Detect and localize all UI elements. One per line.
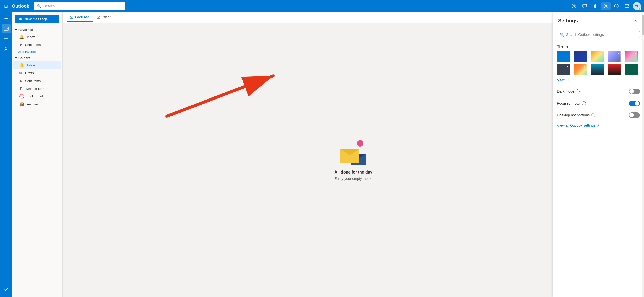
main-layout: ☰ ✏ New message ▾ Favorites 🔔 Inbox [0,12,644,297]
dark-mode-toggle[interactable] [629,89,640,94]
search-icon: 🔍 [37,4,41,8]
nav-junk-icon: 🚫 [19,94,24,99]
svg-rect-8 [4,37,8,41]
dark-mode-row: Dark mode i [557,86,640,97]
svg-point-12 [5,47,7,49]
svg-text:S: S [573,5,575,8]
theme-sunset[interactable] [608,64,621,75]
nav-drafts-icon: ✏ [19,71,23,76]
favorites-sent-item[interactable]: ➤ Sent Items [13,41,61,49]
view-all-themes-link[interactable]: View all [557,78,569,82]
nav-inbox-icon: 🔔 [19,63,24,68]
theme-sunrise[interactable]: ★ [591,51,604,62]
waffle-icon[interactable]: ⊞ [3,2,9,10]
topbar-actions: S ? CL [569,2,641,10]
theme-dark-blue[interactable] [574,51,587,62]
theme-floral[interactable]: ★ [625,51,638,62]
other-tab[interactable]: Other [94,13,114,22]
svg-rect-7 [4,27,8,31]
hamburger-menu-icon[interactable]: ☰ [2,14,11,23]
nav-deleted-icon: 🗑 [19,86,23,91]
theme-colorful[interactable]: ★ [574,64,587,75]
avatar[interactable]: CL [633,2,641,10]
nav-drafts-item[interactable]: ✏ Drafts [13,69,61,77]
settings-header: Settings × [553,12,644,28]
theme-premium-star: ★ [567,65,569,68]
app-logo: Outlook [12,4,29,9]
feedback-button[interactable] [622,2,632,10]
topbar: ⊞ Outlook 🔍 S ? CL [0,0,644,12]
favorites-section-header[interactable]: ▾ Favorites [12,26,62,33]
desktop-notifications-label: Desktop notifications i [557,113,595,117]
theme-ocean[interactable] [591,64,604,75]
theme-section-title: Theme [557,44,640,48]
nav-panel: ✏ New message ▾ Favorites 🔔 Inbox ➤ Sent… [12,12,63,297]
dark-mode-label: Dark mode i [557,89,580,93]
new-message-button[interactable]: ✏ New message [15,15,59,23]
settings-button[interactable] [601,2,611,10]
svg-rect-2 [583,4,587,7]
mail-nav-icon[interactable] [2,24,11,33]
search-box[interactable]: 🔍 [34,2,125,10]
desktop-notif-info-icon[interactable]: i [591,113,595,117]
skype-button[interactable]: S [569,2,579,10]
envelope-main [340,149,359,163]
desktop-notifications-toggle[interactable] [629,112,640,118]
settings-scrollbar[interactable] [642,12,644,297]
inbox-fav-icon: 🔔 [19,35,24,39]
settings-close-button[interactable]: × [632,17,639,24]
nav-archive-item[interactable]: 📦 Archive [13,100,61,108]
theme-grid: ★ ★ ★ ★ ★ [557,51,640,75]
focused-tab[interactable]: Focused [67,13,93,22]
theme-teal-circuit[interactable] [625,64,638,75]
sidebar-icons: ☰ [0,12,12,297]
focused-inbox-info-icon[interactable]: i [582,101,586,105]
empty-inbox-illustration [338,140,369,165]
people-nav-icon[interactable] [2,44,11,54]
external-link-icon: ↗ [597,123,600,127]
search-input[interactable] [44,4,122,8]
compose-icon: ✏ [19,17,22,21]
calendar-nav-icon[interactable] [2,34,11,43]
view-all-settings-link[interactable]: View all Outlook settings ↗ [557,123,640,127]
bell-button[interactable] [590,2,600,10]
focused-inbox-label: Focused Inbox i [557,101,586,105]
empty-inbox-title: All done for the day [334,170,372,175]
add-favorite-link[interactable]: Add favorite [12,49,62,55]
nav-sent-item[interactable]: ➤ Sent Items [13,77,61,85]
chat-button[interactable] [580,2,589,10]
dark-mode-info-icon[interactable]: i [576,89,580,93]
nav-archive-icon: 📦 [19,102,24,107]
avatar-initials: CL [635,4,639,8]
online-status-dot [638,8,641,10]
favorites-chevron-icon: ▾ [15,28,17,32]
theme-premium-star: ★ [600,52,603,55]
theme-circuit[interactable]: ★ [557,64,570,75]
focused-inbox-toggle[interactable] [629,101,640,106]
settings-scrollbar-thumb[interactable] [642,15,644,35]
svg-rect-6 [625,4,629,7]
sent-fav-icon: ➤ [19,42,23,47]
theme-premium-star: ★ [617,52,619,55]
settings-body: Theme ★ ★ ★ ★ ★ [553,41,644,297]
settings-search-box[interactable]: 🔍 [557,31,640,38]
folders-section-header[interactable]: ▾ Folders [12,55,62,61]
svg-point-3 [605,5,607,7]
envelope-dot [357,140,363,147]
nav-junk-item[interactable]: 🚫 Junk Email [13,92,61,100]
svg-rect-14 [97,16,100,18]
theme-abstract[interactable]: ★ [608,51,621,62]
focused-inbox-row: Focused Inbox i [557,97,640,109]
folders-chevron-icon: ▾ [15,56,17,60]
favorites-inbox-item[interactable]: 🔔 Inbox [13,33,61,41]
help-button[interactable]: ? [612,2,621,10]
nav-deleted-item[interactable]: 🗑 Deleted Items [13,85,61,92]
theme-premium-star: ★ [584,65,586,68]
nav-inbox-item[interactable]: 🔔 Inbox [13,61,61,69]
tasks-nav-icon[interactable] [2,285,11,294]
empty-inbox-subtitle: Enjoy your empty inbox. [334,177,372,181]
settings-title: Settings [558,18,578,24]
settings-search-icon: 🔍 [560,33,564,37]
settings-search-input[interactable] [566,33,637,37]
theme-light-blue[interactable] [557,51,570,62]
